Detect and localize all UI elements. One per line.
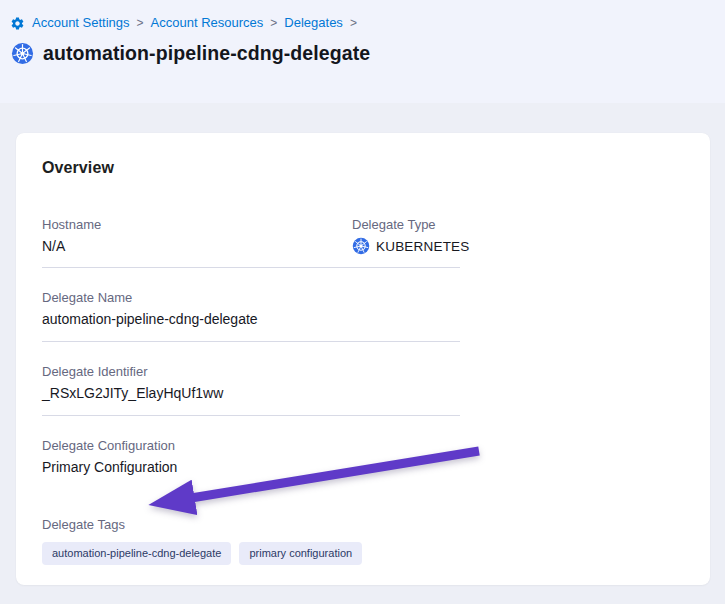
field-delegate-identifier: Delegate Identifier _RSxLG2JITy_ElayHqUf… (42, 342, 460, 416)
hostname-value: N/A (42, 238, 352, 255)
field-delegate-type: Delegate Type (352, 217, 470, 255)
kubernetes-icon (11, 42, 34, 65)
field-hostname: Hostname N/A (42, 217, 352, 255)
delegate-identifier-label: Delegate Identifier (42, 364, 460, 380)
breadcrumb-separator: > (270, 14, 277, 32)
delegate-tags-list: automation-pipeline-cdng-delegate primar… (42, 542, 460, 565)
breadcrumb-link-delegates[interactable]: Delegates (284, 14, 343, 32)
kubernetes-icon (352, 237, 370, 255)
breadcrumb-link-account-resources[interactable]: Account Resources (151, 14, 264, 32)
delegate-configuration-label: Delegate Configuration (42, 438, 460, 454)
page-title: automation-pipeline-cdng-delegate (43, 42, 370, 65)
delegate-name-value: automation-pipeline-cdng-delegate (42, 311, 460, 328)
delegate-name-label: Delegate Name (42, 290, 460, 306)
header-band: Account Settings > Account Resources > D… (0, 0, 725, 103)
delegate-configuration-value: Primary Configuration (42, 459, 460, 476)
overview-card: Overview Hostname N/A Delegate Type (16, 133, 710, 585)
field-delegate-tags: Delegate Tags automation-pipeline-cdng-d… (42, 489, 460, 565)
page: { "breadcrumb": { "items": ["Account Set… (0, 0, 725, 604)
delegate-type-value: KUBERNETES (376, 238, 470, 255)
gear-icon (10, 16, 25, 31)
page-title-row: automation-pipeline-cdng-delegate (11, 42, 713, 65)
overview-heading: Overview (42, 159, 684, 177)
breadcrumb-separator: > (350, 14, 357, 32)
delegate-type-label: Delegate Type (352, 217, 470, 233)
delegate-type-value-row: KUBERNETES (352, 237, 470, 255)
delegate-tag-chip: automation-pipeline-cdng-delegate (42, 542, 231, 565)
field-delegate-name: Delegate Name automation-pipeline-cdng-d… (42, 268, 460, 342)
field-delegate-configuration: Delegate Configuration Primary Configura… (42, 416, 460, 489)
field-row-hostname-and-type: Hostname N/A Delegate Type (42, 217, 460, 268)
hostname-label: Hostname (42, 217, 352, 233)
delegate-identifier-value: _RSxLG2JITy_ElayHqUf1ww (42, 385, 460, 402)
breadcrumb-link-account-settings[interactable]: Account Settings (32, 14, 130, 32)
breadcrumb-separator: > (137, 14, 144, 32)
breadcrumb: Account Settings > Account Resources > D… (10, 14, 713, 32)
delegate-tags-label: Delegate Tags (42, 517, 460, 533)
delegate-tag-chip: primary configuration (239, 542, 362, 565)
overview-fields: Hostname N/A Delegate Type (42, 217, 460, 565)
